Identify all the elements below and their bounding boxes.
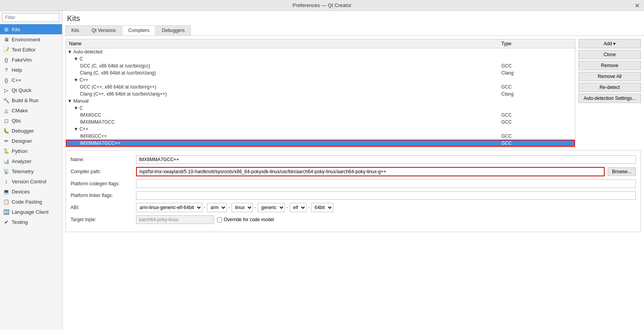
telemetry-icon: 📡: [3, 168, 9, 174]
name-label: Name:: [71, 157, 133, 162]
sidebar-label-devices: Devices: [12, 189, 30, 195]
sidebar-item-qbs[interactable]: ◻Qbs: [0, 115, 62, 126]
sidebar-item-build-run[interactable]: 🔨Build & Run: [0, 95, 62, 105]
re-detect-button[interactable]: Re-detect: [579, 83, 641, 92]
table-row[interactable]: GCC (C, x86 64bit at /usr/bin/gcc)GCC: [66, 62, 575, 69]
remove-all-button[interactable]: Remove All: [579, 72, 641, 81]
sidebar-item-version-control[interactable]: ↕Version Control: [0, 176, 62, 186]
sidebar-item-analyzer[interactable]: 📊Analyzer: [0, 156, 62, 166]
platform-codegen-input[interactable]: [136, 179, 636, 188]
version-control-icon: ↕: [3, 178, 9, 185]
cmake-icon: △: [3, 107, 9, 114]
abi-select-linux[interactable]: linux: [232, 203, 253, 212]
override-checkbox-label[interactable]: Override for code model: [217, 217, 274, 222]
sidebar-item-designer[interactable]: ✏Designer: [0, 136, 62, 146]
sidebar-item-help[interactable]: ?Help: [0, 65, 62, 75]
sidebar-label-environment: Environment: [12, 37, 40, 43]
abi-select-main[interactable]: arm-linux-generic-elf-64bit: [136, 203, 202, 212]
table-row[interactable]: IMX8MMA7GCCGCC: [66, 119, 575, 126]
browse-button[interactable]: Browse...: [608, 167, 636, 176]
text-editor-icon: 📝: [3, 46, 9, 53]
sidebar-label-debugger: Debugger: [12, 128, 34, 134]
language-client-icon: 🔤: [3, 209, 9, 215]
add-button[interactable]: Add ▾: [579, 39, 641, 48]
table-row[interactable]: GCC (C++, x86 64bit at /usr/bin/g++)GCC: [66, 83, 575, 90]
table-row[interactable]: ▼C: [66, 105, 575, 112]
environment-icon: 🖥: [3, 36, 9, 43]
sidebar-label-telemetry: Telemetry: [12, 169, 34, 174]
override-checkbox[interactable]: [217, 217, 222, 222]
tab-compilers[interactable]: Compilers: [122, 25, 155, 35]
sidebar-item-cpp[interactable]: {}C++: [0, 75, 62, 85]
sidebar-item-cmake[interactable]: △CMake: [0, 105, 62, 115]
sidebar-item-environment[interactable]: 🖥Environment: [0, 34, 62, 44]
table-row[interactable]: ▼C++: [66, 76, 575, 83]
debugger-icon: 🐛: [3, 128, 9, 134]
table-row[interactable]: ▼Auto-detected: [66, 48, 575, 56]
abi-select-generic[interactable]: generic: [258, 203, 285, 212]
tab-debuggers[interactable]: Debuggers: [156, 25, 191, 35]
remove-button[interactable]: Remove: [579, 61, 641, 70]
sidebar-item-kits[interactable]: ⊞Kits: [0, 24, 62, 34]
content-area: Kits KitsQt VersionsCompilersDebuggers N…: [62, 11, 644, 330]
sidebar-label-help: Help: [12, 67, 22, 73]
clone-button[interactable]: Clone: [579, 50, 641, 59]
abi-select-64bit[interactable]: 64bit: [311, 203, 333, 212]
name-row: Name:: [71, 155, 636, 164]
sidebar-label-version-control: Version Control: [12, 179, 46, 185]
cpp-icon: {}: [3, 77, 9, 83]
python-icon: 🐍: [3, 148, 9, 154]
sidebar-label-code-pasting: Code Pasting: [12, 199, 42, 205]
platform-linker-label: Platform linker flags:: [71, 193, 133, 198]
table-row[interactable]: IMX8MMA7GCC++GCC: [66, 140, 575, 147]
sidebar-label-build-run: Build & Run: [12, 98, 39, 103]
page-title: Kits: [62, 11, 644, 23]
sidebar-label-fakevim: FakeVim: [12, 57, 32, 63]
sidebar-item-code-pasting[interactable]: 📋Code Pasting: [0, 197, 62, 207]
table-row[interactable]: Clang (C++, x86 64bit at /usr/bin/clang+…: [66, 90, 575, 98]
compiler-path-input[interactable]: [136, 167, 605, 176]
sidebar-item-fakevim[interactable]: {}FakeVim: [0, 55, 62, 65]
filter-input[interactable]: [2, 13, 59, 22]
abi-select-arm[interactable]: arm: [207, 203, 227, 212]
compiler-table-wrapper: Name Type ▼Auto-detected▼CGCC (C, x86 64…: [65, 39, 575, 147]
close-button[interactable]: ✕: [633, 2, 641, 9]
table-row[interactable]: ▼Manual: [66, 98, 575, 105]
compiler-table: Name Type ▼Auto-detected▼CGCC (C, x86 64…: [66, 39, 575, 147]
target-triple-input[interactable]: [136, 215, 214, 224]
sidebar-label-testing: Testing: [12, 219, 28, 225]
sidebar-item-debugger[interactable]: 🐛Debugger: [0, 126, 62, 136]
sidebar-label-text-editor: Text Editor: [12, 47, 35, 53]
sidebar-item-testing[interactable]: ✔Testing: [0, 217, 62, 227]
name-input[interactable]: [136, 155, 636, 164]
sidebar-item-python[interactable]: 🐍Python: [0, 146, 62, 156]
table-row[interactable]: Clang (C, x86 64bit at /usr/bin/clang)Cl…: [66, 69, 575, 76]
table-row[interactable]: IMX8GCC++GCC: [66, 133, 575, 140]
abi-row: ABI: arm-linux-generic-elf-64bit - arm -…: [71, 203, 636, 212]
target-triple-row: Target triple: Override for code model: [71, 215, 636, 224]
sidebar-item-text-editor[interactable]: 📝Text Editor: [0, 44, 62, 55]
sidebar-item-devices[interactable]: 💻Devices: [0, 186, 62, 197]
table-row[interactable]: ▼C++: [66, 126, 575, 133]
sidebar-label-language-client: Language Client: [12, 209, 49, 215]
platform-codegen-label: Platform codegen flags:: [71, 181, 133, 186]
kits-icon: ⊞: [3, 26, 9, 32]
sidebar-item-language-client[interactable]: 🔤Language Client: [0, 207, 62, 217]
table-row[interactable]: IMX8GCCGCC: [66, 112, 575, 119]
sidebar-label-python: Python: [12, 148, 27, 154]
sidebar: ⊞Kits🖥Environment📝Text Editor{}FakeVim?H…: [0, 11, 62, 330]
help-icon: ?: [3, 67, 9, 73]
auto-detection-settings-button[interactable]: Auto-detection Settings...: [579, 94, 641, 103]
table-row[interactable]: ▼C: [66, 55, 575, 62]
tab-qt-versions[interactable]: Qt Versions: [86, 25, 122, 35]
sidebar-label-qbs: Qbs: [12, 118, 21, 124]
sidebar-item-telemetry[interactable]: 📡Telemetry: [0, 166, 62, 176]
sidebar-item-qt-quick[interactable]: ▷Qt Quick: [0, 85, 62, 95]
window-title: Preferences — Qt Creator: [293, 2, 352, 8]
sidebar-label-cpp: C++: [12, 77, 21, 83]
platform-linker-input[interactable]: [136, 191, 636, 200]
tab-content: Name Type ▼Auto-detected▼CGCC (C, x86 64…: [62, 36, 644, 330]
tab-kits[interactable]: Kits: [65, 25, 85, 35]
abi-select-elf[interactable]: elf: [290, 203, 306, 212]
build-run-icon: 🔨: [3, 97, 9, 103]
